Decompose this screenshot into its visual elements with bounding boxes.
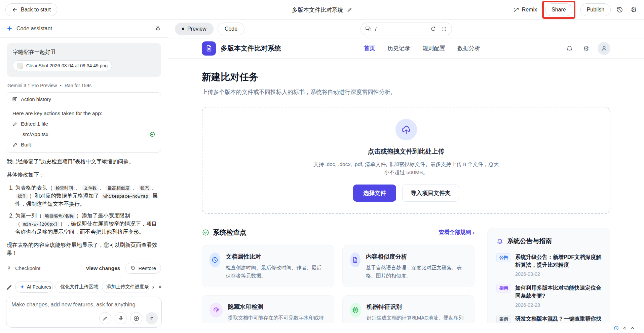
preview-path[interactable]: / <box>375 26 426 32</box>
checkpoint-row: Checkpoint View changes Restore <box>7 263 161 274</box>
nav-history[interactable]: 历史记录 <box>387 44 410 52</box>
remix-icon <box>513 7 519 13</box>
announcement-tag: 公告 <box>496 253 511 262</box>
fingerprint-icon <box>210 303 223 318</box>
restore-label: Restore <box>138 265 156 271</box>
suggestion-chip-1[interactable]: 优化文件上传区域 <box>55 281 99 293</box>
restore-button[interactable]: Restore <box>125 263 161 274</box>
history-clock-icon <box>616 6 623 13</box>
upload-buttons: 选择文件 导入项目文件夹 <box>353 185 459 202</box>
composer-input[interactable] <box>11 301 156 313</box>
checkpoint-label-group: Checkpoint <box>7 265 86 271</box>
device-toggle-icon[interactable] <box>365 26 372 32</box>
close-icon[interactable]: × <box>158 284 162 290</box>
user-avatar[interactable] <box>598 42 610 55</box>
page-subtitle: 上传多个版本的文件或不同投标人的标书，系统将自动进行深度雷同性分析。 <box>202 88 610 96</box>
app-settings-button[interactable]: ⚙ <box>581 43 591 54</box>
spark-icon <box>20 285 25 289</box>
tab-preview[interactable]: Preview <box>175 23 214 35</box>
topbar-actions: Remix Share Publish ⚙ <box>513 1 639 19</box>
check-circle-icon <box>149 131 155 137</box>
rule-card-text: 文档属性比对 检查创建时间、最后修改时间、作者、最后保存者等元数据。 <box>226 253 326 280</box>
rules-section-header: 系统检查点 查看全部规则 › <box>202 228 475 237</box>
plus-circle-icon <box>133 315 140 322</box>
edited-file-row[interactable]: src/App.tsx <box>23 131 155 137</box>
share-button[interactable]: Share <box>545 3 572 16</box>
topbar: Back to start 多版本文件比对系统 Remix Share Publ… <box>0 0 644 20</box>
app-logo <box>202 41 216 56</box>
composer-box[interactable] <box>6 297 162 328</box>
cloud-upload-icon <box>401 125 411 135</box>
notifications-button[interactable] <box>564 43 575 54</box>
fullscreen-button[interactable] <box>441 26 447 32</box>
suggestion-chip-2[interactable]: 添加上传文件进度条 <box>102 281 150 293</box>
clipboard-plus-icon <box>12 96 17 102</box>
upload-title: 点击或拖拽文件到此处上传 <box>368 147 445 156</box>
announcement-date: 2026-03-02 <box>515 271 601 277</box>
announcement-item[interactable]: 指南 如何利用多版本比对功能快速定位合同条款变更? 2026-02-28 <box>496 284 601 307</box>
edit-title-icon[interactable] <box>347 7 352 12</box>
announcement-item[interactable]: 公告 系统升级公告：新增PDF文档深度解析算法，提升比对精度 2026-03-0… <box>496 253 601 277</box>
response-list: 为表格的表头（检查时间、文件数、最高相似度、状态、操作）和对应的数据单元格添加了… <box>7 184 161 236</box>
inline-code: 项目编号/名称 <box>43 213 75 219</box>
microphone-button[interactable] <box>115 312 127 324</box>
arrow-left-icon <box>12 7 18 13</box>
attachment-chip[interactable]: CleanShot 2026-03-04 at 09.34.49.png <box>13 60 112 71</box>
history-button[interactable] <box>615 5 625 15</box>
chevron-right-icon[interactable]: › <box>152 284 154 290</box>
built-row: Built <box>12 142 155 148</box>
rule-card-title: 机器特征识别 <box>367 303 467 311</box>
chat-scroll-area[interactable]: 字蜷缩在一起好丑 CleanShot 2026-03-04 at 09.34.4… <box>0 38 168 278</box>
view-all-rules-link[interactable]: 查看全部规则 › <box>439 229 475 236</box>
announcements-title: 系统公告与指南 <box>507 237 552 245</box>
preview-tab-label: Preview <box>187 26 206 32</box>
inline-code: 状态 <box>139 185 151 191</box>
edited-files-row: Edited 1 file <box>12 121 155 127</box>
import-folder-button[interactable]: 导入项目文件夹 <box>402 185 459 202</box>
action-history-header[interactable]: Action history <box>7 93 161 106</box>
app-title: 多版本文件比对系统 <box>221 44 281 53</box>
composer-tools <box>99 312 158 324</box>
announcement-body: 如何利用多版本比对功能快速定位合同条款变更? 2026-02-28 <box>515 284 601 307</box>
check-circle-icon <box>202 229 210 236</box>
add-attachment-button[interactable] <box>130 312 142 324</box>
issues-info-button[interactable] <box>613 325 619 331</box>
settings-button[interactable]: ⚙ <box>629 4 639 15</box>
pen-spark-icon <box>103 315 108 321</box>
refresh-button[interactable] <box>430 25 437 32</box>
rule-card-machine-id: 机器特征识别 识别生成文档的计算机MAC地址、硬盘序列号等硬件特征。 <box>342 295 475 323</box>
gear-icon: ⚙ <box>631 6 637 13</box>
preview-address-bar[interactable]: / <box>361 23 452 35</box>
publish-button[interactable]: Publish <box>580 3 611 16</box>
tab-code[interactable]: Code <box>218 23 244 35</box>
announcement-item[interactable]: 案例 研发文档版本混乱？一键查重帮你找出最新有效版本 2026-02-15 <box>496 315 601 323</box>
remix-label: Remix <box>522 7 537 13</box>
send-button[interactable] <box>146 312 158 324</box>
model-name: Gemini 3.1 Pro Preview <box>7 83 57 88</box>
ai-features-chip[interactable]: AI Features <box>15 281 53 293</box>
response-list-item-1: 为表格的表头（检查时间、文件数、最高相似度、状态、操作）和对应的数据单元格添加了… <box>15 184 161 208</box>
attachment-thumbnail <box>17 63 23 69</box>
bug-report-icon[interactable] <box>155 25 161 32</box>
chevron-right-icon: › <box>473 230 475 236</box>
nav-analytics[interactable]: 数据分析 <box>457 44 480 52</box>
rule-card-desc: 识别生成文档的计算机MAC地址、硬盘序列号等硬件特征。 <box>367 314 467 323</box>
collapse-panel-button[interactable] <box>630 325 635 331</box>
upload-dropzone[interactable]: 点击或拖拽文件到此处上传 支持 .doc, .docx, .pdf, 清单文件,… <box>202 107 610 214</box>
remix-button[interactable]: Remix <box>513 7 537 13</box>
app-brand: 多版本文件比对系统 <box>202 41 281 56</box>
user-message-card: 字蜷缩在一起好丑 CleanShot 2026-03-04 at 09.34.4… <box>7 43 161 77</box>
upload-icon-circle <box>395 119 417 140</box>
share-highlight-box: Share <box>542 1 575 19</box>
select-files-button[interactable]: 选择文件 <box>353 185 396 202</box>
view-changes-button[interactable]: View changes <box>86 265 120 271</box>
inline-code: 检查时间 <box>54 185 75 191</box>
sidebar-header: Code assistant <box>0 20 168 38</box>
back-to-start-button[interactable]: Back to start <box>5 3 57 16</box>
nav-home[interactable]: 首页 <box>364 44 375 52</box>
nav-rules[interactable]: 规则配置 <box>422 44 445 52</box>
meta-separator: • <box>60 83 62 88</box>
announcements-header: 系统公告与指南 <box>496 237 601 245</box>
edit-with-ai-button[interactable] <box>99 312 111 324</box>
rules-section: 系统检查点 查看全部规则 › <box>202 228 475 323</box>
